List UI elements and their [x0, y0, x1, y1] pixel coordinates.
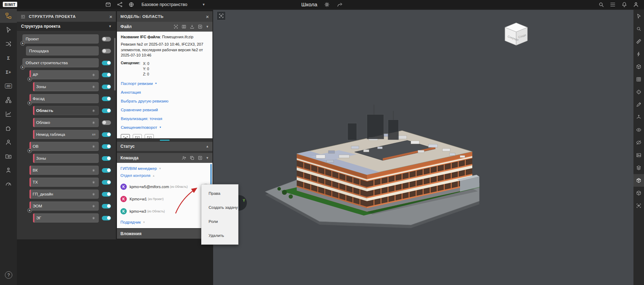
file-link-0[interactable]: Паспорт ревизии▾: [121, 81, 209, 86]
visibility-toggle[interactable]: [102, 204, 111, 208]
tool-isolate-half[interactable]: [633, 174, 644, 187]
share-icon[interactable]: [336, 1, 343, 8]
expand-toggle-icon[interactable]: ▼: [27, 101, 32, 105]
rail-item-users[interactable]: [0, 135, 17, 149]
status-section-header[interactable]: Статус ▲: [117, 142, 212, 151]
close-icon[interactable]: ×: [206, 14, 209, 19]
resize-handle[interactable]: [160, 140, 170, 141]
tool-filter-eye[interactable]: [633, 199, 644, 212]
tree-node-14[interactable]: ЭОМ▼: [29, 201, 99, 211]
settings-gear-icon[interactable]: [324, 1, 330, 8]
tool-measure[interactable]: [633, 35, 644, 48]
file-link-2[interactable]: Выбрать другую ревизию: [121, 99, 209, 103]
add-icon[interactable]: [198, 155, 203, 160]
file-link-3[interactable]: Сравнение ревизий: [121, 108, 209, 112]
team-group-contractor[interactable]: Подрядчик ▾: [120, 220, 209, 224]
tool-focus-target[interactable]: [633, 86, 644, 98]
visibility-toggle[interactable]: [102, 61, 111, 65]
tool-visibility[interactable]: [633, 124, 644, 136]
tool-move-axes[interactable]: [633, 111, 644, 124]
team-group-managers[interactable]: ГИП/BIM менеджер ▾: [120, 166, 209, 171]
add-user-icon[interactable]: [182, 155, 186, 160]
visibility-preset-1-button[interactable]: [121, 134, 130, 138]
chevron-down-icon[interactable]: ▼: [206, 156, 209, 160]
visibility-toggle[interactable]: [102, 73, 111, 77]
tree-node-8[interactable]: Немод.таблицаx≡: [33, 130, 99, 139]
rail-item-sum[interactable]: Σ: [0, 51, 17, 65]
tree-node-15[interactable]: ЭГ: [33, 213, 99, 223]
tool-snapshot[interactable]: [633, 149, 644, 161]
structure-mode-select[interactable]: Структура проекта ▼: [17, 22, 116, 31]
file-link-1[interactable]: Аннотация: [121, 90, 209, 94]
context-menu-item-2[interactable]: Роли: [202, 214, 238, 228]
tool-visibility-off[interactable]: [633, 136, 644, 149]
rail-item-chart[interactable]: [0, 107, 17, 121]
viewport-3d[interactable]: Спереди Сзади Y: [213, 10, 633, 285]
chevron-down-icon[interactable]: ▼: [206, 25, 209, 28]
tree-node-6[interactable]: Область: [33, 106, 99, 115]
tree-node-3[interactable]: АР▼: [29, 70, 99, 79]
rail-item-structure-tree[interactable]: [0, 9, 17, 23]
workspace-selector[interactable]: Базовое пространство ▼: [142, 2, 205, 7]
menu-list-icon[interactable]: [610, 1, 616, 8]
visibility-toggle[interactable]: [102, 120, 111, 125]
chevron-up-icon[interactable]: ▲: [206, 145, 209, 148]
collapse-panel-icon[interactable]: [20, 14, 26, 19]
app-logo[interactable]: BIMIT: [3, 2, 17, 7]
expand-toggle-icon[interactable]: ▼: [27, 148, 32, 153]
rail-item-hierarchy[interactable]: [0, 93, 17, 107]
file-link-5[interactable]: Смещение/поворот▾: [121, 125, 209, 130]
visibility-toggle[interactable]: [102, 108, 111, 113]
tree-node-12[interactable]: ТХ: [29, 178, 99, 187]
rail-item-mode-2d[interactable]: 2D: [0, 79, 17, 93]
expand-toggle-icon[interactable]: ▼: [27, 208, 32, 213]
account-icon[interactable]: [633, 1, 639, 8]
globe-icon[interactable]: [128, 1, 134, 8]
visibility-toggle[interactable]: [102, 180, 111, 185]
visibility-toggle[interactable]: [102, 97, 111, 101]
fit-view-icon[interactable]: [173, 24, 178, 29]
projects-archive-icon[interactable]: [105, 1, 111, 8]
tree-node-4[interactable]: Зоны: [33, 82, 99, 91]
share-network-icon[interactable]: [117, 1, 123, 8]
rail-item-plugins[interactable]: [0, 121, 17, 135]
tool-section-box[interactable]: [633, 60, 644, 73]
attachments-section-header[interactable]: Вложения: [117, 229, 212, 239]
tree-node-1[interactable]: Площадка: [26, 46, 99, 55]
tree-node-13[interactable]: ГП_дизайн: [29, 190, 99, 199]
tree-node-2[interactable]: Объект строительства▼: [22, 58, 99, 67]
tree-scrollbar[interactable]: [114, 38, 116, 91]
visibility-toggle[interactable]: [102, 216, 111, 220]
visibility-toggle[interactable]: [102, 49, 111, 53]
add-icon[interactable]: [198, 24, 203, 29]
tool-model-cube[interactable]: [633, 187, 644, 199]
help-button[interactable]: ?: [5, 271, 12, 279]
focus-model-button[interactable]: [217, 11, 226, 20]
tool-zoom-window[interactable]: [633, 22, 644, 35]
rail-item-shared-folder[interactable]: [0, 149, 17, 163]
visibility-preset-3-button[interactable]: [145, 134, 154, 138]
file-link-4[interactable]: Визуализация: точная: [121, 117, 209, 121]
tool-layers[interactable]: [633, 161, 644, 174]
copy-icon[interactable]: [190, 155, 195, 160]
close-icon[interactable]: ×: [109, 14, 112, 19]
tool-pan[interactable]: [633, 10, 644, 22]
visibility-toggle[interactable]: [102, 168, 111, 173]
context-menu-item-0[interactable]: Права: [202, 186, 238, 200]
tree-node-11[interactable]: ВК: [29, 166, 99, 175]
tool-lightning[interactable]: [633, 48, 644, 60]
search-icon[interactable]: [598, 1, 604, 8]
context-menu-item-1[interactable]: Создать задачу: [202, 200, 238, 214]
tree-node-10[interactable]: Зоны: [33, 154, 99, 163]
team-group-control[interactable]: Отдел контроля ▴: [120, 173, 209, 178]
visibility-preset-2-button[interactable]: [133, 134, 142, 138]
notifications-bell-icon[interactable]: [621, 1, 627, 8]
download-icon[interactable]: [190, 24, 195, 29]
expand-toggle-icon[interactable]: ▼: [27, 77, 32, 81]
rail-item-connections[interactable]: [0, 37, 17, 51]
rail-item-sum-plus[interactable]: Σ+: [0, 65, 17, 79]
tool-grid[interactable]: [633, 73, 644, 86]
visibility-toggle[interactable]: [102, 144, 111, 149]
expand-toggle-icon[interactable]: ▼: [20, 65, 25, 69]
rail-item-select-cursor[interactable]: [0, 23, 17, 37]
